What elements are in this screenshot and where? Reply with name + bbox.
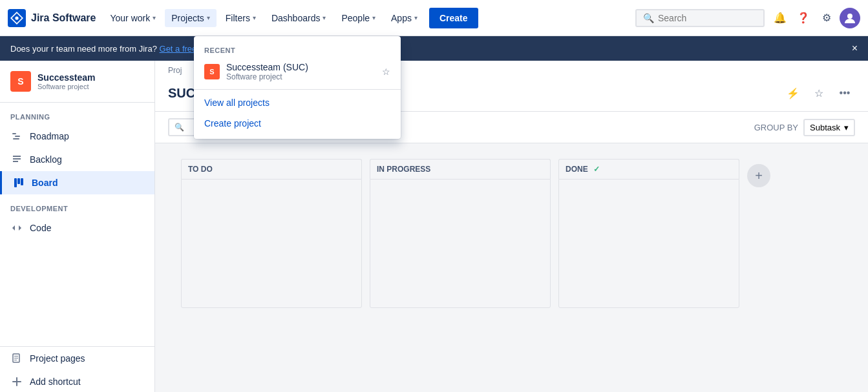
svg-rect-4: [15, 136, 20, 137]
app-layout: S Successteam Software project PLANNING …: [0, 61, 868, 392]
trial-banner: Does your r team need more from Jira? Ge…: [0, 36, 868, 61]
user-avatar[interactable]: [840, 8, 860, 28]
add-shortcut-icon: [10, 375, 23, 388]
development-section-label: DEVELOPMENT: [0, 194, 154, 216]
column-body-todo: [181, 179, 362, 308]
column-todo-label: TO DO: [188, 165, 213, 174]
column-body-done: [558, 179, 739, 308]
dropdown-star-button[interactable]: ☆: [382, 67, 390, 77]
app-name: Jira Software: [31, 12, 96, 24]
column-body-inprogress: [370, 179, 551, 308]
svg-rect-8: [13, 161, 18, 162]
search-icon: 🔍: [643, 13, 654, 23]
more-actions-button[interactable]: •••: [834, 83, 855, 103]
board-column-todo: TO DO: [181, 159, 362, 392]
apps-nav[interactable]: Apps ▾: [385, 9, 424, 27]
board-column-done: DONE ✓: [558, 159, 739, 392]
top-nav: Jira Software Your work ▾ Projects ▾ Fil…: [0, 0, 868, 36]
projects-chevron: ▾: [207, 14, 210, 21]
nav-icons: 🔔 ❓ ⚙: [770, 8, 860, 28]
svg-point-1: [15, 16, 18, 19]
sidebar-project-name: Successteam: [37, 72, 96, 83]
sidebar-project-info: Successteam Software project: [37, 72, 96, 90]
create-project-link[interactable]: Create project: [194, 113, 401, 134]
dropdown-project-name: Successteam (SUC): [226, 62, 308, 72]
banner-question: r team need more from Jira?: [51, 44, 157, 54]
svg-point-2: [847, 14, 852, 19]
sidebar-project[interactable]: S Successteam Software project: [0, 61, 154, 103]
banner-text: Does your: [10, 44, 51, 54]
svg-rect-9: [14, 178, 17, 187]
svg-rect-13: [14, 356, 18, 356]
search-bar[interactable]: 🔍: [635, 9, 765, 27]
svg-rect-6: [13, 156, 21, 157]
backlog-label: Backlog: [30, 154, 62, 165]
column-inprogress-label: IN PROGRESS: [377, 165, 430, 174]
lightning-button[interactable]: ⚡: [783, 83, 803, 103]
svg-rect-5: [13, 138, 19, 139]
sidebar: S Successteam Software project PLANNING …: [0, 61, 155, 392]
sidebar-item-board[interactable]: Board: [0, 171, 154, 194]
group-by-label: GROUP BY: [754, 123, 798, 132]
your-work-nav[interactable]: Your work ▾: [103, 9, 162, 27]
sidebar-project-type: Software project: [37, 83, 96, 90]
backlog-icon: [10, 153, 23, 166]
sidebar-item-roadmap[interactable]: Roadmap: [0, 125, 154, 148]
dropdown-project-item[interactable]: S Successteam (SUC) Software project ☆: [194, 57, 401, 87]
add-shortcut-label: Add shortcut: [30, 377, 81, 387]
column-header-inprogress: IN PROGRESS: [370, 159, 551, 179]
group-by-chevron: ▾: [844, 123, 849, 132]
people-nav[interactable]: People ▾: [335, 9, 382, 27]
projects-nav[interactable]: Projects ▾: [165, 9, 217, 27]
sidebar-project-icon: S: [10, 71, 31, 92]
svg-rect-7: [13, 158, 21, 160]
project-pages-label: Project pages: [30, 353, 85, 364]
code-icon: [10, 222, 23, 234]
column-header-done: DONE ✓: [558, 159, 739, 179]
svg-rect-10: [17, 178, 20, 184]
group-by-select[interactable]: Subtask ▾: [803, 119, 855, 136]
svg-rect-3: [12, 133, 16, 134]
notifications-button[interactable]: 🔔: [770, 8, 790, 28]
sidebar-bottom: Project pages Add shortcut ⚙ Project set…: [0, 346, 154, 392]
planning-section-label: PLANNING: [0, 103, 154, 125]
dropdown-project-icon: S: [204, 64, 220, 79]
roadmap-label: Roadmap: [30, 131, 69, 141]
sidebar-item-project-pages[interactable]: Project pages: [0, 347, 154, 370]
dashboards-nav[interactable]: Dashboards ▾: [265, 9, 333, 27]
view-all-projects-link[interactable]: View all projects: [194, 92, 401, 113]
dropdown-project-info: Successteam (SUC) Software project: [226, 62, 308, 81]
group-by-value: Subtask: [810, 123, 840, 132]
filters-nav[interactable]: Filters ▾: [219, 9, 262, 27]
your-work-chevron: ▾: [153, 14, 156, 21]
star-board-button[interactable]: ☆: [809, 83, 829, 103]
board-column-inprogress: IN PROGRESS: [370, 159, 551, 392]
search-input[interactable]: [658, 13, 748, 23]
column-header-todo: TO DO: [181, 159, 362, 179]
banner-close-button[interactable]: ×: [852, 43, 858, 54]
board-label: Board: [32, 178, 58, 188]
dashboards-chevron: ▾: [323, 14, 326, 21]
people-chevron: ▾: [372, 14, 376, 21]
code-label: Code: [30, 223, 51, 233]
sidebar-item-backlog[interactable]: Backlog: [0, 148, 154, 171]
board-icon: [12, 176, 25, 189]
sidebar-item-code[interactable]: Code: [0, 216, 154, 240]
help-button[interactable]: ❓: [793, 8, 814, 28]
filters-chevron: ▾: [253, 14, 256, 21]
app-logo[interactable]: Jira Software: [8, 9, 96, 27]
dropdown-divider: [194, 89, 401, 90]
svg-rect-14: [14, 358, 18, 358]
create-button[interactable]: Create: [429, 8, 478, 28]
settings-button[interactable]: ⚙: [816, 8, 837, 28]
roadmap-icon: [10, 130, 23, 143]
dropdown-project-type: Software project: [226, 72, 308, 81]
sidebar-item-add-shortcut[interactable]: Add shortcut: [0, 370, 154, 392]
dropdown-recent-label: RECENT: [194, 41, 401, 57]
breadcrumb-projects[interactable]: Proj: [168, 66, 182, 75]
board-search-icon: 🔍: [175, 123, 184, 132]
board-columns: TO DO IN PROGRESS DONE ✓: [168, 149, 855, 392]
add-column-button[interactable]: +: [747, 164, 770, 187]
board-title-actions: ⚡ ☆ •••: [783, 83, 855, 103]
apps-chevron: ▾: [414, 14, 418, 21]
